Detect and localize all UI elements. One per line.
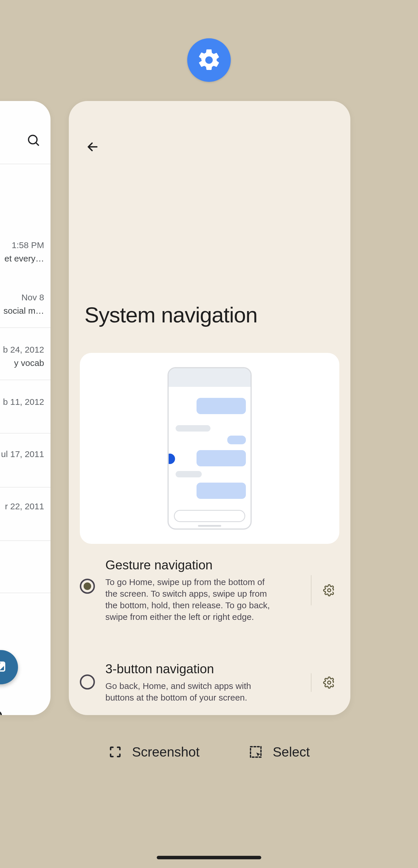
- svg-point-7: [328, 681, 331, 684]
- list-item-meta: Nov 8: [22, 292, 44, 302]
- screenshot-button[interactable]: Screenshot: [108, 744, 200, 760]
- divider: [0, 327, 51, 328]
- option-text: 3-button navigation Go back, Home, and s…: [106, 662, 309, 704]
- search-icon: [26, 133, 41, 148]
- compose-icon: [0, 660, 8, 675]
- screenshot-icon: [108, 745, 122, 759]
- divider: [311, 673, 311, 692]
- svg-point-1: [28, 135, 37, 144]
- option-description: Go back, Home, and switch apps with butt…: [106, 680, 277, 704]
- phone-illustration: [168, 367, 252, 530]
- list-item-snippet: social m…: [3, 306, 44, 316]
- divider: [0, 487, 51, 488]
- option-text: Gesture navigation To go Home, swipe up …: [106, 558, 309, 623]
- gesture-navigation-bar[interactable]: [157, 856, 261, 859]
- option-3-button-navigation[interactable]: 3-button navigation Go back, Home, and s…: [80, 662, 339, 704]
- gear-icon: [196, 47, 222, 73]
- svg-line-2: [36, 143, 39, 145]
- radio-gesture-navigation[interactable]: [80, 579, 95, 594]
- divider: [0, 593, 51, 593]
- select-label: Select: [273, 744, 310, 760]
- radio-3-button-navigation[interactable]: [80, 675, 95, 689]
- gesture-settings-button[interactable]: [319, 580, 339, 600]
- list-item-meta: 1:58 PM: [11, 240, 44, 250]
- option-title: Gesture navigation: [106, 558, 302, 572]
- recents-actions: Screenshot Select: [0, 744, 418, 760]
- divider: [0, 164, 51, 164]
- list-item-snippet: et every…: [4, 254, 44, 264]
- gear-icon: [323, 677, 335, 689]
- divider: [0, 380, 51, 380]
- list-item-meta: b 11, 2012: [3, 397, 44, 407]
- svg-point-0: [207, 58, 211, 62]
- list-item-meta: b 24, 2012: [3, 345, 44, 354]
- option-description: To go Home, swipe up from the bottom of …: [106, 576, 277, 623]
- 3-button-settings-button[interactable]: [319, 673, 339, 693]
- divider: [0, 540, 51, 541]
- list-item-snippet: y vocab: [14, 358, 44, 368]
- divider: [0, 433, 51, 434]
- svg-point-6: [328, 589, 331, 592]
- select-button[interactable]: Select: [249, 744, 310, 760]
- list-item-meta: ul 17, 2011: [1, 449, 44, 459]
- settings-app-icon[interactable]: [187, 38, 231, 82]
- recents-card-previous-app[interactable]: 1:58 PM et every… Nov 8 social m… b 24, …: [0, 101, 51, 715]
- arrow-left-icon: [86, 141, 99, 153]
- compose-fab[interactable]: [0, 650, 18, 684]
- option-gesture-navigation[interactable]: Gesture navigation To go Home, swipe up …: [80, 558, 339, 623]
- svg-rect-8: [250, 747, 261, 757]
- list-item-meta: r 22, 2011: [5, 501, 44, 512]
- screenshot-label: Screenshot: [132, 744, 200, 760]
- page-title: System navigation: [85, 302, 258, 327]
- back-button[interactable]: [84, 138, 101, 156]
- navigation-illustration: [80, 353, 339, 544]
- person-icon: [0, 700, 4, 715]
- gear-icon: [323, 584, 335, 596]
- divider: [311, 575, 311, 606]
- select-icon: [249, 745, 263, 759]
- option-title: 3-button navigation: [106, 662, 302, 676]
- recents-card-settings[interactable]: System navigation Gesture navigation To …: [69, 101, 350, 715]
